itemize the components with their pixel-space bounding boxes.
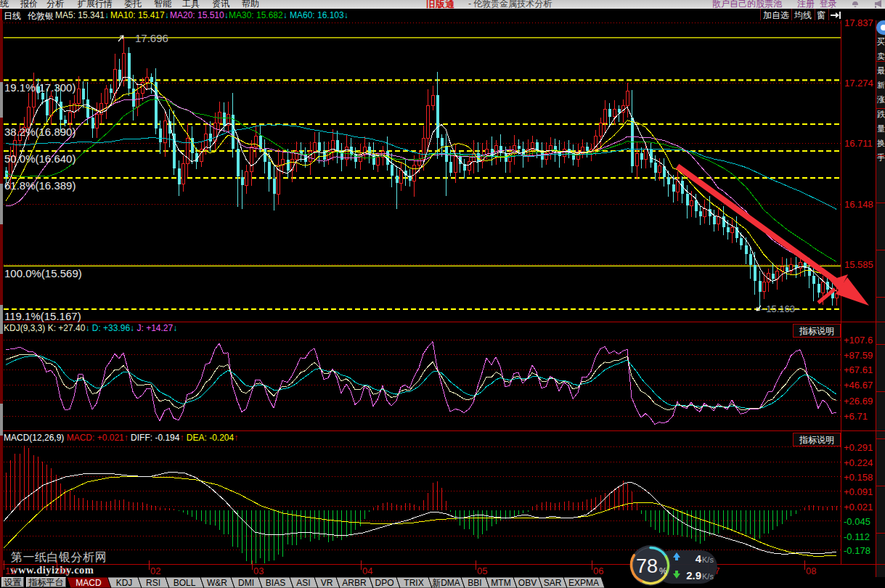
svg-text:K/s: K/s — [702, 572, 714, 581]
svg-text:VR: VR — [321, 578, 333, 588]
svg-text:TRIX: TRIX — [404, 578, 423, 588]
svg-text:MTM: MTM — [491, 578, 510, 588]
svg-text:W&R: W&R — [207, 578, 227, 588]
svg-text:ARBR: ARBR — [342, 578, 367, 588]
svg-text:新DMA: 新DMA — [432, 578, 460, 588]
svg-text:KDJ: KDJ — [116, 578, 133, 588]
svg-text:DPO: DPO — [375, 578, 393, 588]
svg-text:RSI: RSI — [146, 578, 160, 588]
svg-text:MACD: MACD — [76, 578, 102, 588]
svg-text:BIAS: BIAS — [266, 578, 285, 588]
svg-text:2.9: 2.9 — [686, 569, 701, 581]
svg-text:%: % — [659, 566, 667, 576]
svg-text:BBI: BBI — [468, 578, 481, 588]
svg-text:BOLL: BOLL — [174, 578, 196, 588]
svg-text:4: 4 — [696, 552, 702, 565]
svg-text:ASI: ASI — [296, 578, 310, 588]
svg-text:OBV: OBV — [518, 578, 537, 588]
svg-text:78: 78 — [636, 555, 658, 577]
svg-text:EXPMA: EXPMA — [568, 578, 599, 588]
svg-text:K/s: K/s — [702, 555, 714, 564]
svg-text:DMI: DMI — [238, 578, 254, 588]
svg-text:SAR: SAR — [544, 578, 562, 588]
